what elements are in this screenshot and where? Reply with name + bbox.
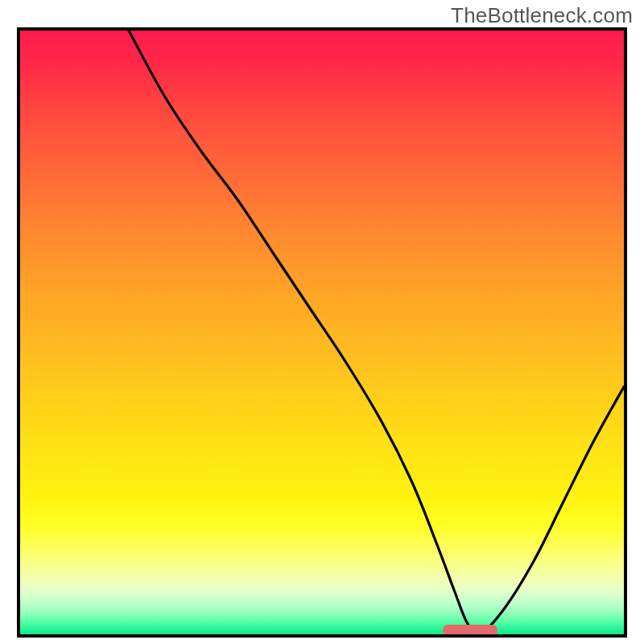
watermark-text: TheBottleneck.com <box>451 3 633 28</box>
chart-stage: TheBottleneck.com <box>0 0 644 644</box>
optimal-range-marker <box>443 625 497 636</box>
plot-area <box>17 27 627 638</box>
bottleneck-curve <box>129 31 624 634</box>
curve-layer <box>20 31 624 634</box>
